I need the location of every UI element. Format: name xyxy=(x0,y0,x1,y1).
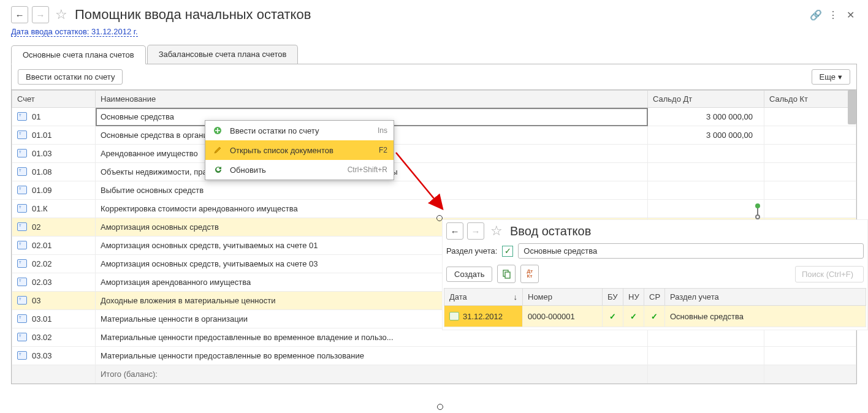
tab-offbalance-accounts[interactable]: Забалансовые счета плана счетов xyxy=(147,45,299,64)
table-footer: Итого (баланс): xyxy=(12,365,856,384)
page-title: Помощник ввода начальных остатков xyxy=(75,7,311,23)
nav-fwd[interactable]: → xyxy=(32,6,49,23)
document-icon xyxy=(449,312,459,320)
account-icon xyxy=(17,314,27,323)
table-row[interactable]: 01.ККорректировка стоимости арендованног… xyxy=(12,200,856,218)
svg-rect-3 xyxy=(505,272,510,278)
refresh-icon xyxy=(211,164,224,176)
account-icon xyxy=(17,149,27,157)
table-row[interactable]: 01.09Выбытие основных средств xyxy=(12,181,856,200)
col2-date[interactable]: Дата↓ xyxy=(444,289,523,306)
account-icon xyxy=(17,351,27,360)
col-name[interactable]: Наименование xyxy=(96,91,648,108)
more-button[interactable]: Еще ▾ xyxy=(812,69,850,85)
chevron-down-icon: ▾ xyxy=(838,72,842,81)
section-field[interactable]: Основные средства xyxy=(518,243,864,259)
connection-point xyxy=(437,404,443,410)
pencil-icon xyxy=(211,144,224,156)
table-row[interactable]: 01.03Арендованное имущество xyxy=(12,145,856,163)
table-row[interactable]: 01.08Объекты недвижимости, права собстве… xyxy=(12,163,856,181)
favorite-star-icon[interactable]: ☆ xyxy=(55,7,67,23)
context-menu: Ввести остатки по счетуInsОткрыть список… xyxy=(205,120,394,180)
account-icon xyxy=(17,333,27,341)
table-row[interactable]: 01.01Основные средства в организации3 00… xyxy=(12,126,856,145)
col-account[interactable]: Счет xyxy=(12,91,96,108)
link-icon[interactable]: 🔗 xyxy=(809,8,823,21)
kebab-icon[interactable]: ⋮ xyxy=(826,8,840,21)
account-icon xyxy=(17,296,27,305)
enter-balances-button[interactable]: Ввести остатки по счету xyxy=(18,69,123,85)
doc-row[interactable]: 31.12.2012 0000-000001 ✓ ✓ ✓ Основные ср… xyxy=(444,306,866,327)
connector-line xyxy=(755,203,760,219)
account-icon xyxy=(17,112,27,121)
col-dt[interactable]: Сальдо Дт xyxy=(648,91,764,108)
table-row[interactable]: 03.03Материальные ценности предоставленн… xyxy=(12,347,856,365)
context-menu-item[interactable]: ОбновитьCtrl+Shift+R xyxy=(205,160,394,180)
tabs: Основные счета плана счетов Забалансовые… xyxy=(11,45,857,64)
table-row[interactable]: 03.02Материальные ценности предоставленн… xyxy=(12,328,856,347)
close-icon[interactable]: ✕ xyxy=(843,8,857,21)
plus-icon xyxy=(211,124,224,137)
create-button[interactable]: Создать xyxy=(446,267,492,282)
account-icon xyxy=(17,278,27,286)
search-input[interactable]: Поиск (Ctrl+F) xyxy=(795,266,864,282)
account-icon xyxy=(17,186,27,194)
page-title-2: Ввод остатков xyxy=(510,224,591,238)
account-icon xyxy=(17,131,27,139)
nav-back-2[interactable]: ← xyxy=(446,222,463,240)
scrollbar-thumb[interactable] xyxy=(848,90,856,124)
copy-icon[interactable] xyxy=(497,265,516,283)
account-icon xyxy=(17,259,27,268)
section-checkbox[interactable]: ✓ xyxy=(502,246,513,257)
account-icon xyxy=(17,241,27,249)
col2-number[interactable]: Номер xyxy=(523,289,603,306)
context-menu-item[interactable]: Открыть список документовF2 xyxy=(205,140,394,160)
tab-main-accounts[interactable]: Основные счета плана счетов xyxy=(11,45,146,64)
secondary-window: ← → ☆ Ввод остатков Раздел учета: ✓ Осно… xyxy=(442,219,868,330)
account-icon xyxy=(17,204,27,213)
context-menu-item[interactable]: Ввести остатки по счетуIns xyxy=(205,121,394,140)
account-icon xyxy=(17,167,27,176)
nav-back[interactable]: ← xyxy=(11,6,28,23)
nav-fwd-2[interactable]: → xyxy=(467,222,484,240)
account-icon xyxy=(17,222,27,231)
dtkt-icon[interactable]: ДтКт xyxy=(520,265,539,283)
table-row[interactable]: 01Основные средства3 000 000,00 xyxy=(12,108,856,126)
favorite-star-icon-2[interactable]: ☆ xyxy=(490,223,503,239)
col2-section[interactable]: Раздел учета xyxy=(665,289,866,306)
col2-sr[interactable]: СР xyxy=(644,289,665,306)
date-link[interactable]: Дата ввода остатков: 31.12.2012 г. xyxy=(11,27,138,37)
col2-nu[interactable]: НУ xyxy=(623,289,644,306)
col2-bu[interactable]: БУ xyxy=(603,289,623,306)
section-label: Раздел учета: xyxy=(446,246,497,256)
col-kt[interactable]: Сальдо Кт xyxy=(764,91,856,108)
